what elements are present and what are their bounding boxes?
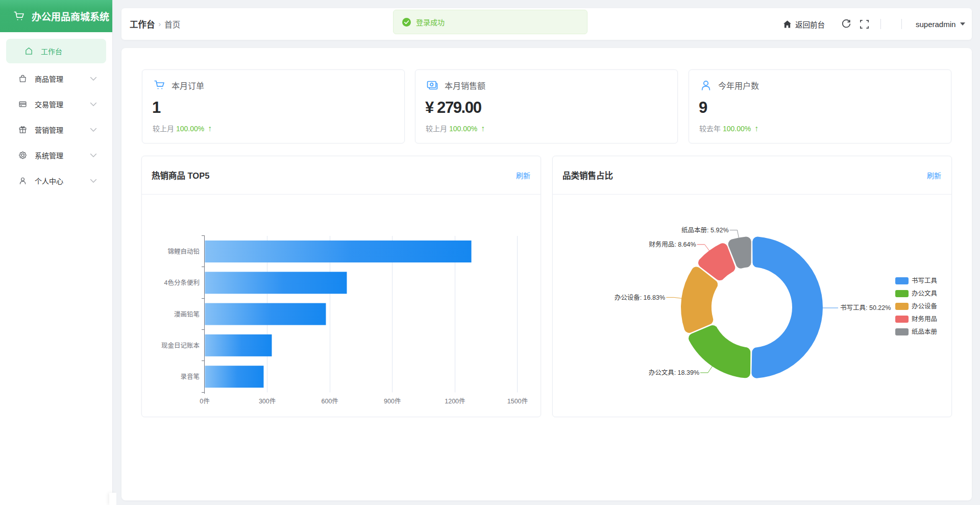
svg-text:0件: 0件 [200, 398, 209, 405]
svg-text:办公设备: 办公设备 [912, 302, 938, 310]
svg-text:1500件: 1500件 [507, 398, 528, 405]
svg-text:漫画铅笔: 漫画铅笔 [174, 310, 200, 318]
svg-text:900件: 900件 [384, 398, 401, 405]
svg-text:财务用品: 财务用品 [912, 315, 937, 323]
svg-text:财务用品: 8.64%: 财务用品: 8.64% [649, 241, 696, 248]
svg-text:4色分条便利: 4色分条便利 [164, 279, 200, 286]
svg-text:600件: 600件 [322, 398, 338, 405]
svg-text:300件: 300件 [259, 398, 276, 405]
svg-text:录音笔: 录音笔 [180, 373, 200, 380]
svg-text:办公文具: 办公文具 [912, 290, 938, 297]
svg-text:锦鲤自动铅: 锦鲤自动铅 [167, 248, 200, 255]
svg-text:纸品本册: 5.92%: 纸品本册: 5.92% [681, 227, 728, 234]
svg-text:办公设备: 16.83%: 办公设备: 16.83% [615, 294, 665, 301]
svg-text:办公文具: 18.39%: 办公文具: 18.39% [649, 369, 699, 376]
svg-text:书写工具: 50.22%: 书写工具: 50.22% [840, 304, 891, 311]
svg-text:纸品本册: 纸品本册 [912, 328, 937, 335]
svg-text:1200件: 1200件 [445, 398, 465, 405]
svg-text:现金日记账本: 现金日记账本 [161, 342, 200, 349]
svg-text:书写工具: 书写工具 [912, 277, 938, 284]
